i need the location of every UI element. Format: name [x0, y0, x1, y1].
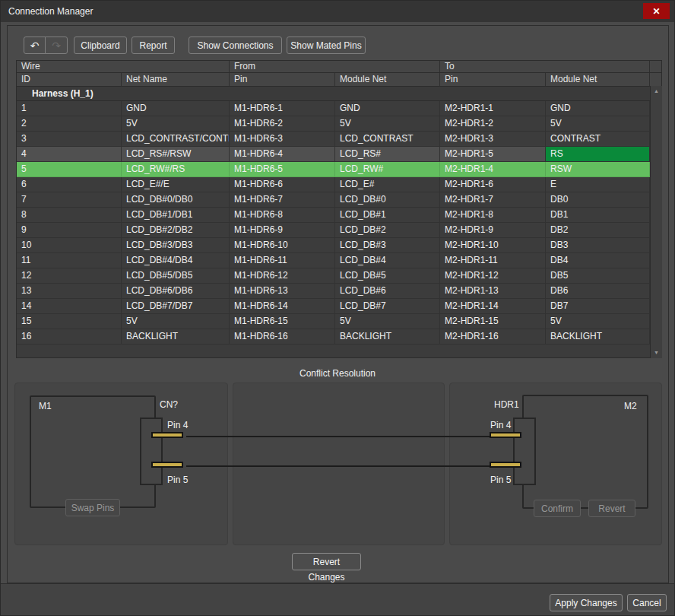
table-cell[interactable]: RS [546, 147, 650, 162]
table-cell[interactable]: DB7 [546, 299, 650, 314]
table-cell[interactable]: 16 [17, 329, 122, 345]
table-cell[interactable]: 5V [335, 116, 440, 132]
table-cell[interactable]: BACKLIGHT [122, 329, 230, 345]
table-cell[interactable]: LCD_RW# [335, 162, 440, 177]
swap-pins-button[interactable]: Swap Pins [65, 499, 120, 516]
m1-pin4[interactable] [151, 432, 183, 438]
table-cell[interactable]: LCD_DB#5/DB5 [122, 268, 230, 284]
table-cell[interactable]: LCD_E#/E [122, 177, 230, 192]
table-row[interactable]: 8LCD_DB#1/DB1M1-HDR6-8LCD_DB#1M2-HDR1-8D… [17, 208, 661, 223]
table-cell[interactable]: LCD_DB#4/DB4 [122, 253, 230, 268]
table-row[interactable]: 155VM1-HDR6-155VM2-HDR1-155V [17, 314, 661, 329]
show-connections-button[interactable]: Show Connections [189, 37, 282, 54]
table-cell[interactable]: M2-HDR1-5 [440, 147, 546, 162]
table-cell[interactable]: M1-HDR6-9 [230, 223, 335, 238]
apply-changes-button[interactable]: Apply Changes [550, 594, 623, 611]
table-cell[interactable]: M2-HDR1-3 [440, 132, 546, 147]
table-cell[interactable]: LCD_DB#6 [335, 284, 440, 299]
table-cell[interactable]: E [546, 177, 650, 192]
table-cell[interactable]: 7 [17, 192, 122, 208]
report-button[interactable]: Report [132, 37, 175, 54]
table-cell[interactable]: M2-HDR1-16 [440, 329, 546, 345]
table-cell[interactable]: M1-HDR6-15 [230, 314, 335, 329]
table-cell[interactable]: M2-HDR1-12 [440, 268, 546, 284]
group-header-to[interactable]: To [440, 61, 650, 72]
table-cell[interactable]: 5V [546, 314, 650, 329]
table-row[interactable]: 13LCD_DB#6/DB6M1-HDR6-13LCD_DB#6M2-HDR1-… [17, 284, 661, 299]
table-row[interactable]: 7LCD_DB#0/DB0M1-HDR6-7LCD_DB#0M2-HDR1-7D… [17, 192, 661, 208]
table-cell[interactable]: LCD_DB#2/DB2 [122, 223, 230, 238]
table-row[interactable]: 9LCD_DB#2/DB2M1-HDR6-9LCD_DB#2M2-HDR1-9D… [17, 223, 661, 238]
table-cell[interactable]: LCD_DB#0 [335, 192, 440, 208]
confirm-button[interactable]: Confirm [534, 500, 581, 517]
table-cell[interactable]: M2-HDR1-7 [440, 192, 546, 208]
table-cell[interactable]: M1-HDR6-14 [230, 299, 335, 314]
table-cell[interactable]: M2-HDR1-10 [440, 238, 546, 253]
table-cell[interactable]: M2-HDR1-15 [440, 314, 546, 329]
table-cell[interactable]: LCD_DB#4 [335, 253, 440, 268]
table-cell[interactable]: LCD_DB#6/DB6 [122, 284, 230, 299]
revert-button[interactable]: Revert [588, 500, 635, 517]
table-cell[interactable]: RSW [546, 162, 650, 177]
table-cell[interactable]: M1-HDR6-3 [230, 132, 335, 147]
table-cell[interactable]: M1-HDR6-10 [230, 238, 335, 253]
table-row[interactable]: 5LCD_RW#/RSM1-HDR6-5LCD_RW#M2-HDR1-4RSW [17, 162, 661, 177]
table-row[interactable]: 1GNDM1-HDR6-1GNDM2-HDR1-1GND [17, 101, 661, 116]
table-cell[interactable]: M2-HDR1-9 [440, 223, 546, 238]
clipboard-button[interactable]: Clipboard [74, 37, 127, 54]
column-header-from-module-net[interactable]: Module Net [335, 73, 440, 86]
column-header-to-pin[interactable]: Pin [440, 73, 546, 86]
table-cell[interactable]: M1-HDR6-12 [230, 268, 335, 284]
scroll-down-icon[interactable]: ▼ [651, 349, 662, 357]
table-cell[interactable]: LCD_DB#1 [335, 208, 440, 223]
table-cell[interactable]: CONTRAST [546, 132, 650, 147]
table-cell[interactable]: BACKLIGHT [546, 329, 650, 345]
table-cell[interactable]: DB3 [546, 238, 650, 253]
table-cell[interactable]: LCD_RS#/RSW [122, 147, 230, 162]
table-cell[interactable]: GND [546, 101, 650, 116]
m1-pin5[interactable] [151, 462, 183, 468]
table-cell[interactable]: 5 [17, 162, 122, 177]
m2-pin5[interactable] [490, 462, 521, 468]
table-cell[interactable]: LCD_DB#2 [335, 223, 440, 238]
table-cell[interactable]: M2-HDR1-4 [440, 162, 546, 177]
table-cell[interactable]: 9 [17, 223, 122, 238]
cancel-button[interactable]: Cancel [627, 594, 667, 611]
close-button[interactable]: ✕ [643, 3, 670, 19]
table-row[interactable]: 14LCD_DB#7/DB7M1-HDR6-14LCD_DB#7M2-HDR1-… [17, 299, 661, 314]
table-cell[interactable]: M1-HDR6-2 [230, 116, 335, 132]
table-cell[interactable]: LCD_E# [335, 177, 440, 192]
revert-changes-button[interactable]: Revert Changes [292, 553, 361, 570]
table-cell[interactable]: LCD_CONTRAST [335, 132, 440, 147]
table-cell[interactable]: M1-HDR6-8 [230, 208, 335, 223]
show-mated-pins-button[interactable]: Show Mated Pins [287, 37, 366, 54]
table-cell[interactable]: M2-HDR1-2 [440, 116, 546, 132]
table-cell[interactable]: 13 [17, 284, 122, 299]
table-cell[interactable]: 14 [17, 299, 122, 314]
scroll-up-icon[interactable]: ▲ [651, 87, 662, 95]
group-header-from[interactable]: From [230, 61, 440, 72]
table-cell[interactable]: LCD_DB#3 [335, 238, 440, 253]
table-cell[interactable]: LCD_RS# [335, 147, 440, 162]
table-cell[interactable]: GND [335, 101, 440, 116]
table-scrollbar[interactable]: ▲ ▼ [650, 86, 662, 358]
table-cell[interactable]: LCD_DB#0/DB0 [122, 192, 230, 208]
table-cell[interactable]: LCD_DB#7 [335, 299, 440, 314]
harness-group-row[interactable]: Harness (H_1) [17, 87, 661, 101]
column-header-to-module-net[interactable]: Module Net [546, 73, 650, 86]
table-cell[interactable]: M1-HDR6-16 [230, 329, 335, 345]
table-cell[interactable]: BACKLIGHT [335, 329, 440, 345]
table-cell[interactable]: DB5 [546, 268, 650, 284]
undo-button[interactable]: ↶ [24, 37, 46, 54]
table-cell[interactable]: 2 [17, 116, 122, 132]
group-header-wire[interactable]: Wire [17, 61, 230, 72]
table-cell[interactable]: M2-HDR1-8 [440, 208, 546, 223]
table-row[interactable]: 25VM1-HDR6-25VM2-HDR1-25V [17, 116, 661, 132]
table-cell[interactable]: DB0 [546, 192, 650, 208]
table-cell[interactable]: 5V [122, 116, 230, 132]
table-cell[interactable]: 5V [335, 314, 440, 329]
m2-pin4[interactable] [490, 432, 521, 438]
table-cell[interactable]: DB2 [546, 223, 650, 238]
table-cell[interactable]: M2-HDR1-14 [440, 299, 546, 314]
table-cell[interactable]: M1-HDR6-11 [230, 253, 335, 268]
